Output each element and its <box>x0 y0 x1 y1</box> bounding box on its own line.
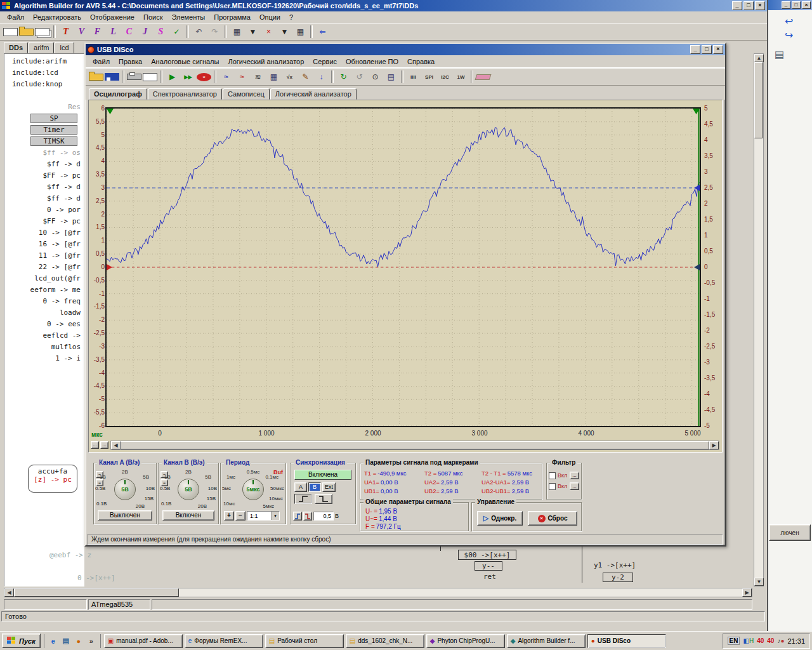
scroll-down-icon[interactable]: ▼ <box>754 578 764 586</box>
disco-menu-item[interactable]: Сервис <box>308 56 341 67</box>
background-window-titlebar[interactable]: _ □ × <box>768 0 812 10</box>
toolbar-separator[interactable] <box>471 70 473 83</box>
show-desktop-icon[interactable]: ▤ <box>60 635 72 647</box>
scroll-up-icon[interactable]: ▲ <box>754 54 764 62</box>
disco-menu-item[interactable]: Справка <box>403 56 439 67</box>
channel-a-knob[interactable]: 0.1В0.5В1В2В5В10В15В20В 5В <box>95 469 155 509</box>
check-icon[interactable]: ✓ <box>169 25 184 39</box>
disco-maximize-button[interactable]: □ <box>702 45 712 54</box>
ab-close-button[interactable]: × <box>755 1 765 10</box>
print-icon[interactable] <box>127 74 141 80</box>
disco-menu-item[interactable]: Файл <box>88 56 114 67</box>
save-icon[interactable] <box>105 73 119 81</box>
open-icon[interactable] <box>89 74 103 81</box>
zoom-ratio-select[interactable]: 1:1 ▾ <box>247 511 280 521</box>
toolbar-separator[interactable] <box>160 70 162 83</box>
refresh-icon[interactable]: ↻ <box>336 70 351 84</box>
reset-button[interactable]: × Сброс <box>528 511 577 526</box>
hdd-tray-icon[interactable]: Η <box>749 637 754 644</box>
toolbar-separator[interactable] <box>53 25 56 38</box>
channel-b-knob[interactable]: 0.1В0.5В1В2В5В10В15В20В 5В <box>160 469 217 509</box>
toolbar-separator[interactable] <box>310 25 313 38</box>
ab-menu-item[interactable]: Отображение <box>86 12 139 22</box>
ab-horizontal-scrollbar[interactable]: ◀ ▶ <box>4 588 752 597</box>
i2c-icon[interactable]: I2C <box>438 70 452 84</box>
ab-menu-item[interactable]: Редактировать <box>29 12 86 22</box>
ab-menu-item[interactable]: ? <box>285 12 298 22</box>
disco-menu-item[interactable]: Аналоговые сигналы <box>147 56 223 67</box>
scroll-right-icon[interactable]: ▶ <box>742 588 752 597</box>
ab-menu-item[interactable]: Опции <box>255 12 285 22</box>
taskbar-button[interactable]: e Форумы RemEX... <box>185 634 263 648</box>
open-icon[interactable] <box>19 29 34 36</box>
disco-tab[interactable]: Спектроанализатор <box>148 88 222 100</box>
start-continuous-icon[interactable]: ▶▶ <box>181 70 195 84</box>
media-player-icon[interactable]: ● <box>73 635 84 647</box>
signal-b-icon[interactable]: ≈ <box>235 70 249 84</box>
sync-source-button[interactable]: B <box>308 482 321 492</box>
download-icon[interactable]: ↓ <box>314 70 329 84</box>
toolbar-separator[interactable] <box>122 70 124 83</box>
scroll-left-icon[interactable]: ◀ <box>111 441 121 449</box>
toolbar-separator[interactable] <box>214 70 216 83</box>
edge-mode-icon[interactable] <box>293 512 302 521</box>
single-shot-button[interactable]: ▷ Однокр. <box>477 511 523 526</box>
monitor-tray-icon[interactable]: ◧ <box>743 637 749 644</box>
redo-icon[interactable]: ↷ <box>207 25 222 39</box>
taskbar-button[interactable]: ▤ Рабочий стол <box>265 634 344 648</box>
jump-tool-icon[interactable]: J <box>138 25 152 39</box>
1wire-icon[interactable]: 1W <box>454 70 468 84</box>
disco-menu-item[interactable]: Логический анализатор <box>223 56 308 67</box>
signal-a-icon[interactable]: ≈ <box>219 70 233 84</box>
sync-enabled-button[interactable]: Включена <box>294 470 351 480</box>
spectrum-icon[interactable]: ≋ <box>251 70 265 84</box>
ab-minimize-button[interactable]: _ <box>732 1 742 10</box>
nav-forward-icon[interactable]: ↪ <box>785 29 793 41</box>
copy-icon[interactable] <box>35 28 49 36</box>
connect-button-partial[interactable]: лючен <box>769 524 811 541</box>
ab-menu-item[interactable]: Файл <box>3 12 29 22</box>
ab-panel-tab[interactable]: arifm <box>29 42 54 53</box>
taskbar-button[interactable]: ◆ Phyton ChipProgU... <box>426 634 505 648</box>
taskbar-button[interactable]: ▣ manual.pdf - Adob... <box>104 634 183 648</box>
rising-edge-button[interactable] <box>294 494 312 504</box>
disco-tab[interactable]: Самописец <box>223 88 270 100</box>
setter-tool-icon[interactable]: S <box>154 25 168 39</box>
toolbar-separator[interactable] <box>401 70 403 83</box>
disco-menu-item[interactable]: Обновление ПО <box>341 56 403 67</box>
toolbar-separator[interactable] <box>225 25 227 38</box>
grid2-icon[interactable]: ▦ <box>293 25 308 39</box>
field-tool-icon[interactable]: F <box>90 25 105 39</box>
insert-down-icon[interactable]: ▼ <box>246 25 260 39</box>
taskbar-button[interactable]: ● USB DiSco <box>587 634 666 648</box>
taskbar-button[interactable]: ◆ Algorithm Builder f... <box>507 634 586 648</box>
filter-checkbox[interactable] <box>549 483 556 490</box>
zoom-in-button[interactable]: + <box>224 511 234 521</box>
level-mode-icon[interactable] <box>303 512 312 521</box>
ie-icon[interactable]: e <box>48 635 59 647</box>
new-icon[interactable] <box>3 28 18 36</box>
spi-icon[interactable]: SPI <box>422 70 436 84</box>
filter-options-button[interactable]: ... <box>570 482 579 490</box>
disco-menu-item[interactable]: Правка <box>114 56 147 67</box>
more-chevron-icon[interactable]: » <box>86 635 97 647</box>
ab-menu-item[interactable]: Поиск <box>139 12 167 22</box>
logic-channels-icon[interactable]: ΙΙΙΙ <box>406 70 421 84</box>
taskbar-button[interactable]: ▤ dds_1602_chk_N... <box>346 634 424 648</box>
antivirus-tray-icon[interactable]: ● <box>780 637 784 644</box>
calc-icon[interactable]: ▤ <box>384 70 398 84</box>
ab-maximize-button[interactable]: □ <box>743 1 754 10</box>
oscilloscope-plot[interactable] <box>105 107 701 427</box>
chevron-down-icon[interactable]: ▾ <box>271 512 279 520</box>
marker-tool-button[interactable]: … <box>100 441 108 449</box>
falling-edge-button[interactable] <box>315 494 332 504</box>
sqrt-icon[interactable]: √x <box>282 70 297 84</box>
sync-source-button[interactable]: Ext <box>322 482 336 492</box>
period-knob[interactable]: 10мс5мс1мс0.5мс0.1мс50мкс10мкс5мкс 5мкс <box>222 469 284 509</box>
scroll-left-icon[interactable]: ◀ <box>4 588 14 597</box>
flow-block[interactable]: y-- <box>475 561 502 571</box>
ab-titlebar[interactable]: Algorithm Builder for AVR 5.44 - C:\Docu… <box>0 0 767 11</box>
delete-block-icon[interactable]: × <box>261 25 276 39</box>
filter-options-button[interactable]: ... <box>570 472 579 479</box>
language-indicator[interactable]: EN <box>728 637 740 645</box>
